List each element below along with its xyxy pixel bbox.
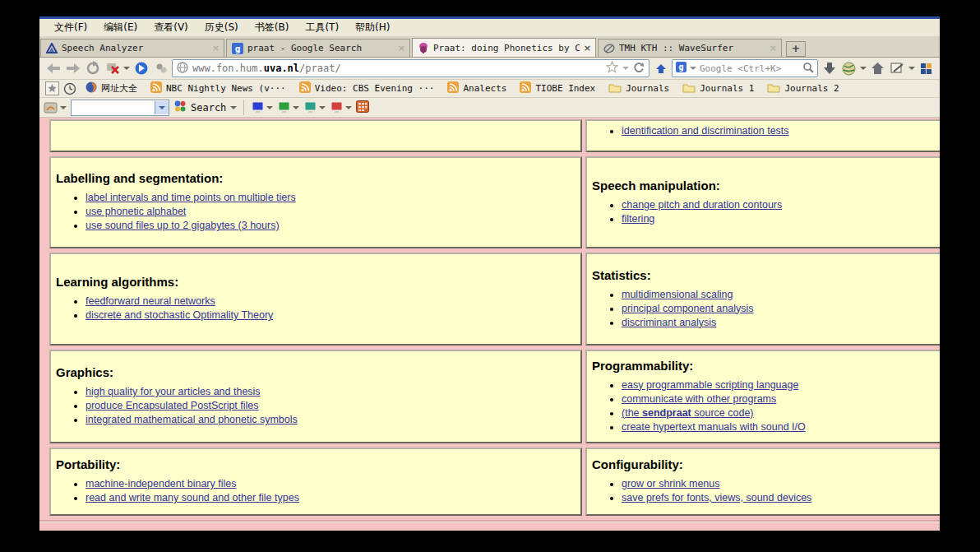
reload-icon[interactable] <box>84 60 101 77</box>
bookmarks-star-button-icon[interactable] <box>44 81 60 96</box>
monitor-blue-icon[interactable] <box>251 101 273 114</box>
close-icon[interactable] <box>770 43 777 53</box>
feature-link[interactable]: use sound files up to 2 gigabytes (3 hou… <box>86 220 280 231</box>
feature-link[interactable]: discriminant analysis <box>622 317 716 328</box>
extension-badge-icon[interactable] <box>152 60 169 77</box>
feature-link[interactable]: multidimensional scaling <box>622 289 733 300</box>
feature-link[interactable]: read and write many sound and other file… <box>86 492 299 503</box>
bookmark-folder[interactable]: Journals 1 <box>677 81 760 96</box>
search-options-dropdown-icon[interactable] <box>230 106 237 109</box>
forward-icon[interactable] <box>64 60 81 77</box>
close-icon[interactable] <box>398 43 405 53</box>
search-engine-dropdown-icon[interactable] <box>690 67 696 70</box>
go-reload-icon[interactable] <box>633 62 645 76</box>
feature-link[interactable]: create hypertext manuals with sound I/O <box>622 421 806 433</box>
speed-dial-grid-icon[interactable] <box>918 60 935 77</box>
quick-launch-icon[interactable] <box>132 60 150 77</box>
rss-icon <box>299 81 311 95</box>
bookmark-item[interactable]: NBC Nightly News (v··· <box>145 81 292 96</box>
search-button[interactable]: Search <box>191 102 226 114</box>
feature-link[interactable]: feedforward neural networks <box>86 295 215 307</box>
search-engine-icon[interactable]: g <box>676 62 686 75</box>
feature-link[interactable]: easy programmable scripting language <box>622 379 798 391</box>
stop-icon[interactable] <box>104 60 121 77</box>
chevron-down-icon[interactable] <box>266 106 273 109</box>
menu-view[interactable]: 查看(V) <box>146 21 196 35</box>
feature-link[interactable]: use phonetic alphabet <box>86 206 186 217</box>
chevron-down-icon[interactable] <box>293 106 299 109</box>
bookmark-item[interactable]: Analects <box>441 81 512 96</box>
monitor-teal-icon[interactable] <box>303 101 326 114</box>
translator-icon[interactable] <box>44 101 67 114</box>
history-clock-icon[interactable] <box>62 81 78 96</box>
menu-history[interactable]: 历史(S) <box>196 21 247 35</box>
autocomplete-dropdown-icon[interactable] <box>622 67 629 70</box>
close-icon[interactable] <box>584 43 591 53</box>
rss-icon <box>520 81 531 95</box>
monitor-red-icon[interactable] <box>330 101 352 114</box>
feature-row: Portability:machine-independent binary f… <box>49 448 940 516</box>
tab-speech-analyzer[interactable]: Speech Analyzer <box>40 39 224 57</box>
feature-link[interactable]: grow or shrink menus <box>622 478 720 489</box>
url-text[interactable]: www.fon.hum.uva.nl/praat/ <box>192 63 602 74</box>
feature-link[interactable]: integrated mathematical and phonetic sym… <box>86 414 298 425</box>
bookmark-star-icon[interactable] <box>606 61 618 76</box>
menu-edit[interactable]: 编辑(E) <box>95 21 146 35</box>
back-icon[interactable] <box>44 60 62 77</box>
monitor-green-icon[interactable] <box>277 101 299 114</box>
wavesurfer-favicon-icon <box>603 42 615 54</box>
downloads-icon[interactable] <box>821 60 838 77</box>
search-input[interactable]: Google <Ctrl+K> <box>700 63 799 74</box>
address-bar[interactable]: www.fon.hum.uva.nl/praat/ <box>172 59 649 77</box>
feature-link[interactable]: machine-independent binary files <box>86 478 236 489</box>
word-lookup-combobox[interactable] <box>71 100 169 116</box>
calculator-icon[interactable] <box>356 100 369 115</box>
bookmark-item[interactable]: 网址大全 <box>80 81 143 96</box>
feature-cell-left <box>49 119 582 152</box>
feature-list: grow or shrink menussave prefs for fonts… <box>590 478 940 506</box>
home-icon[interactable] <box>869 60 886 77</box>
feature-link[interactable]: communicate with other programs <box>622 393 776 405</box>
feature-link[interactable]: principal component analysis <box>622 303 754 314</box>
menu-help[interactable]: 帮助(H) <box>347 21 398 35</box>
close-icon[interactable] <box>212 43 220 53</box>
chevron-down-icon[interactable] <box>345 106 352 109</box>
feature-link[interactable]: identification and discrimination tests <box>622 125 789 137</box>
bookmark-folder[interactable]: Journals <box>603 81 675 96</box>
chevron-down-icon[interactable] <box>319 106 326 109</box>
combobox-dropdown-icon[interactable] <box>155 101 169 114</box>
chevron-down-icon[interactable] <box>60 106 67 109</box>
tab-praat-active[interactable]: Praat: doing Phonetics by Computer <box>412 38 596 57</box>
feature-link[interactable]: label intervals and time points on multi… <box>86 192 296 203</box>
feature-link[interactable]: produce Encapsulated PostScript files <box>86 400 259 411</box>
feature-link[interactable]: (the sendpraat source code) <box>622 407 754 419</box>
new-tab-button[interactable]: + <box>786 41 806 57</box>
feature-link[interactable]: high quality for your articles and thesi… <box>86 386 261 397</box>
tab-google-search[interactable]: g praat - Google Search <box>226 39 410 57</box>
tab-wavesurfer[interactable]: TMH KTH :: WaveSurfer <box>598 39 782 57</box>
bookmark-item[interactable]: TIOBE Index <box>514 81 601 96</box>
extension-toolbar: Search <box>39 98 940 118</box>
magnifier-icon[interactable] <box>802 62 814 76</box>
menu-bookmarks[interactable]: 书签(B) <box>247 21 298 35</box>
menu-tools[interactable]: 工具(T) <box>297 21 347 35</box>
world-globe-icon[interactable] <box>840 60 858 77</box>
chevron-down-icon[interactable] <box>123 67 130 70</box>
bookmark-folder[interactable]: Journals 2 <box>761 81 844 96</box>
firefox-icon <box>86 81 97 95</box>
feature-link[interactable]: save prefs for fonts, views, sound devic… <box>622 492 811 503</box>
bookmark-item[interactable]: Video: CBS Evening ··· <box>294 81 441 96</box>
feature-link[interactable]: discrete and stochastic Optimality Theor… <box>86 309 273 321</box>
section-heading: Speech manipulation: <box>592 179 940 193</box>
feature-link[interactable]: filtering <box>622 213 654 225</box>
feature-list: machine-independent binary filesread and… <box>54 478 580 506</box>
list-item: create hypertext manuals with sound I/O <box>622 421 940 434</box>
menu-file[interactable]: 文件(F) <box>46 21 95 35</box>
search-box[interactable]: g Google <Ctrl+K> <box>672 59 818 77</box>
addon-blue-icon[interactable] <box>652 60 669 77</box>
navigation-toolbar: www.fon.hum.uva.nl/praat/ g Google <Ctrl… <box>39 58 940 80</box>
chevron-down-icon[interactable] <box>860 67 867 70</box>
screenshot-tool-icon[interactable] <box>889 60 906 77</box>
chevron-down-icon[interactable] <box>908 67 915 70</box>
feature-link[interactable]: change pitch and duration contours <box>622 199 782 211</box>
